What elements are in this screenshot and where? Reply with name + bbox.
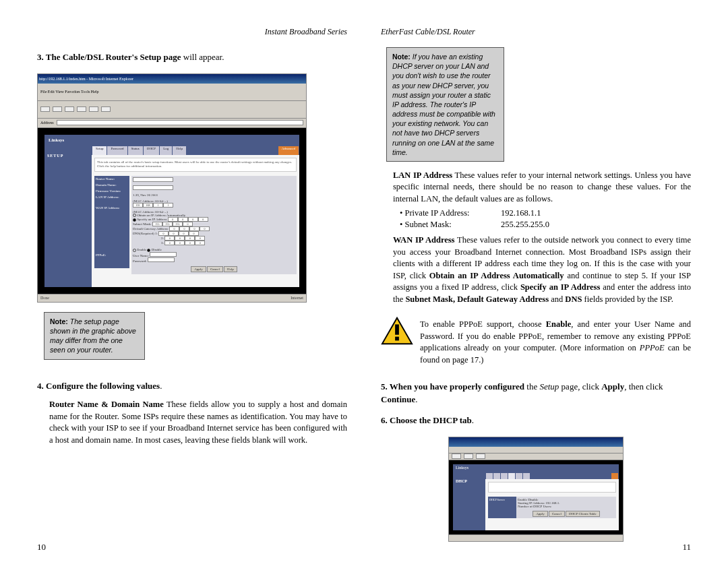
- step-4: 4. Configure the following values.: [37, 380, 347, 393]
- ie-toolbar-small2: [449, 454, 623, 460]
- page-right: EtherFast Cable/DSL Router Note: If you …: [364, 27, 708, 549]
- svg-rect-2: [395, 337, 399, 341]
- ie-titlebar-small: [449, 437, 623, 447]
- tab-help[interactable]: Help: [173, 146, 186, 155]
- note-dhcp: Note: If you have an existing DHCP serve…: [386, 47, 504, 162]
- router-sidebar: SETUP: [44, 146, 92, 287]
- wan-paragraph: WAN IP Address These values refer to the…: [393, 235, 691, 305]
- page-left: Instant Broadband Series 3. The Cable/DS…: [20, 27, 364, 549]
- warning-icon: [381, 316, 413, 346]
- ie-menubar: File Edit View Favorites Tools Help: [38, 84, 306, 101]
- tab-status[interactable]: Status: [128, 146, 143, 155]
- apply-button[interactable]: Apply: [191, 266, 206, 272]
- ie-titlebar: http://192.168.1.1/index.htm - Microsoft…: [38, 74, 306, 84]
- tab-dhcp[interactable]: DHCP: [144, 146, 159, 155]
- step-3: 3. The Cable/DSL Router's Setup page wil…: [37, 51, 347, 64]
- tab-log[interactable]: Log: [160, 146, 172, 155]
- step-6: 6. Choose the DHCP tab.: [381, 414, 691, 427]
- router-name-paragraph: Router Name & Domain Name These fields a…: [49, 399, 347, 446]
- header-right: EtherFast Cable/DSL Router: [381, 27, 691, 37]
- svg-rect-1: [395, 325, 399, 335]
- help-button[interactable]: Help: [224, 266, 237, 272]
- tab-advanced[interactable]: Advanced: [278, 146, 299, 155]
- ie-status: Done Internet: [38, 294, 306, 302]
- cancel-button[interactable]: Cancel: [207, 266, 223, 272]
- dhcp-screenshot: Linksys DHCP: [448, 437, 624, 542]
- ie-toolbar: [38, 101, 306, 119]
- router-form: This tab contains all of the router's ba…: [92, 155, 299, 287]
- dhcp-cancel-button[interactable]: Cancel: [549, 511, 565, 517]
- note-setup: Note: The setup page shown in the graphi…: [44, 312, 145, 360]
- ie-toolbar-small: [449, 447, 623, 454]
- lan-paragraph: LAN IP Address These values refer to you…: [393, 170, 691, 206]
- tab-password[interactable]: Password: [107, 146, 127, 155]
- brand-bar: Linksys: [44, 135, 299, 146]
- warning-block: To enable PPPoE support, choose Enable, …: [381, 316, 691, 369]
- header-left: Instant Broadband Series: [37, 27, 347, 37]
- private-ip-row: • Private IP Address: 192.168.1.1: [400, 208, 691, 218]
- dhcp-apply-button[interactable]: Apply: [533, 511, 548, 517]
- page-number-left: 10: [37, 542, 46, 553]
- setup-screenshot: http://192.168.1.1/index.htm - Microsoft…: [37, 73, 307, 303]
- dhcp-table-button[interactable]: DHCP Clients Table: [566, 511, 600, 517]
- step-5: 5. When you have properly configured the…: [381, 381, 691, 406]
- router-tabs: Setup Password Status DHCP Log Help Adva…: [92, 146, 299, 155]
- tab-setup[interactable]: Setup: [92, 146, 107, 155]
- page-number-right: 11: [682, 542, 691, 553]
- warning-text: To enable PPPoE support, choose Enable, …: [420, 319, 691, 366]
- subnet-mask-row: • Subnet Mask: 255.255.255.0: [400, 220, 691, 230]
- ie-addressbar: Address: [38, 119, 306, 128]
- ie-body: Linksys SETUP Setup Password Status DHCP: [38, 128, 306, 294]
